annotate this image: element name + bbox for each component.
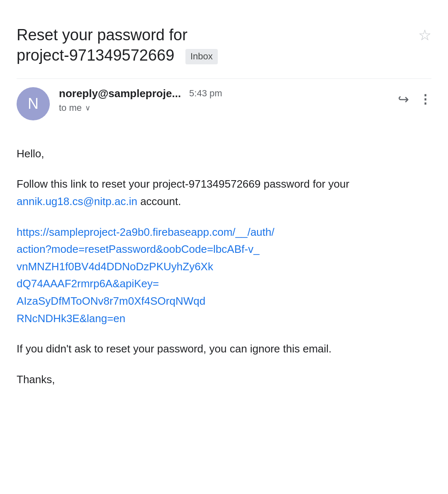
send-time: 5:43 pm [189,88,222,99]
greeting-paragraph: Hello, [17,145,431,163]
avatar-letter: N [28,95,39,112]
sign-off-text: Thanks, [17,373,55,386]
avatar: N [17,87,50,120]
sender-row: N noreply@sampleproje... 5:43 pm to me ∨… [17,78,431,133]
email-body: Hello, Follow this link to reset your pr… [17,133,431,389]
sender-name: noreply@sampleproje... [59,87,181,100]
email-subject-row: Reset your password for project-97134957… [17,17,431,78]
action-icons: ↩ ⋮ [398,91,431,107]
greeting-text: Hello, [17,147,44,160]
signoff-paragraph: Thanks, [17,371,431,389]
intro-text-after: account. [137,195,181,208]
sender-name-row: noreply@sampleproje... 5:43 pm [59,87,398,100]
email-subject: Reset your password for project-97134957… [17,25,218,66]
subject-line2: project-971349572669 [17,46,174,64]
intro-paragraph: Follow this link to reset your project-9… [17,176,431,210]
reset-password-link[interactable]: https://sampleproject-2a9b0.firebaseapp.… [17,226,275,325]
inbox-badge[interactable]: Inbox [185,49,218,64]
sender-info: noreply@sampleproje... 5:43 pm to me ∨ [59,87,398,113]
ignore-text: If you didn't ask to reset your password… [17,342,331,355]
chevron-down-icon: ∨ [85,103,90,112]
to-me-label: to me [59,103,82,113]
star-icon[interactable]: ☆ [418,27,431,44]
more-options-icon[interactable]: ⋮ [419,92,431,106]
to-me-row[interactable]: to me ∨ [59,103,398,113]
intro-text-before: Follow this link to reset your project-9… [17,178,349,190]
user-email-link[interactable]: annik.ug18.cs@nitp.ac.in [17,195,137,208]
reply-icon[interactable]: ↩ [398,91,409,107]
reset-link-paragraph: https://sampleproject-2a9b0.firebaseapp.… [17,224,431,328]
ignore-paragraph: If you didn't ask to reset your password… [17,340,431,358]
subject-line1: Reset your password for [17,26,187,44]
